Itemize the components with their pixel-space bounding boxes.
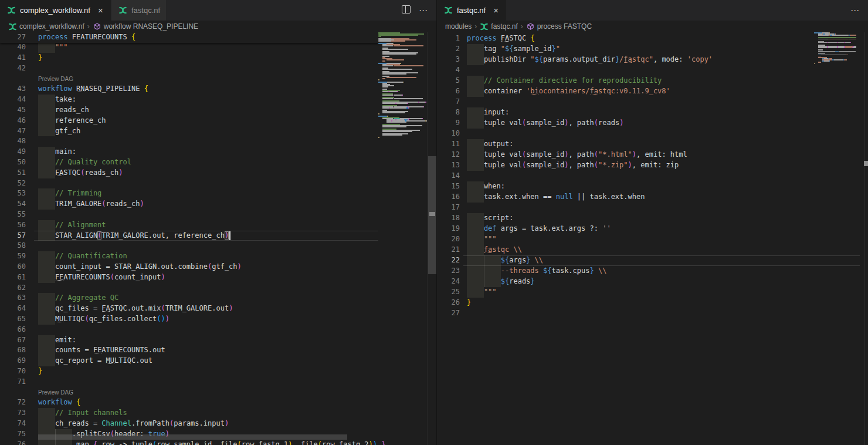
close-icon[interactable]: ×: [96, 6, 105, 15]
code-line-text: FEATURECOUNTS(count_input): [38, 272, 165, 283]
close-icon[interactable]: ×: [491, 6, 500, 15]
breadcrumb-item[interactable]: complex_workflow.nf: [8, 22, 84, 31]
code-line[interactable]: 67emit:: [0, 335, 436, 346]
code-editor-right[interactable]: 1process FASTQC {2tag "${sample_id}"3pub…: [437, 32, 868, 445]
code-line[interactable]: 26}: [437, 298, 868, 308]
code-line[interactable]: 25""": [437, 287, 868, 298]
token-t: tuple val: [484, 150, 522, 159]
code-line[interactable]: 62: [0, 283, 436, 294]
code-line[interactable]: 47gtf_ch: [0, 126, 436, 137]
code-line[interactable]: 73// Input channels: [0, 408, 436, 419]
code-line[interactable]: 18script:: [437, 213, 868, 224]
code-line[interactable]: 53// Trimming: [0, 188, 436, 199]
more-actions-icon[interactable]: ⋯: [850, 8, 860, 14]
code-line[interactable]: 74ch_reads = Channel.fromPath(params.inp…: [0, 419, 436, 429]
code-line[interactable]: 54TRIM_GALORE(reads_ch): [0, 199, 436, 210]
code-line[interactable]: 60count_input = STAR_ALIGN.out.combine(g…: [0, 262, 436, 272]
code-line[interactable]: 58: [0, 241, 436, 251]
codelens-preview-dag[interactable]: Preview DAG: [38, 389, 73, 396]
code-line[interactable]: 21fastqc \\: [437, 245, 868, 255]
code-line-text: qc_report = MULTIQC.out: [38, 356, 152, 366]
code-line[interactable]: 50// Quality control: [0, 157, 436, 168]
code-line[interactable]: 68counts = FEATURECOUNTS.out: [0, 345, 436, 356]
code-line[interactable]: 70}: [0, 366, 436, 377]
code-line[interactable]: 8input:: [437, 107, 868, 118]
code-line[interactable]: 55: [0, 210, 436, 220]
code-line[interactable]: 56// Alignment: [0, 220, 436, 231]
code-line[interactable]: 2tag "${sample_id}": [437, 44, 868, 55]
code-editor-left[interactable]: 40"""41}42Preview DAG43workflow RNASEQ_P…: [0, 32, 436, 445]
breadcrumb-item[interactable]: fastqc.nf: [480, 22, 517, 31]
code-line[interactable]: 17: [437, 203, 868, 213]
code-line[interactable]: 61FEATURECOUNTS(count_input): [0, 272, 436, 283]
code-line[interactable]: 45reads_ch: [0, 105, 436, 116]
sticky-scroll-line[interactable]: 27process FEATURECOUNTS {: [0, 32, 378, 43]
codelens-preview-dag[interactable]: Preview DAG: [38, 76, 73, 82]
code-line[interactable]: 14: [437, 171, 868, 181]
code-line[interactable]: 63// Aggregate QC: [0, 293, 436, 304]
code-line[interactable]: 16task.ext.when == null || task.ext.when: [437, 192, 868, 203]
code-line[interactable]: 71: [0, 377, 436, 387]
code-line[interactable]: 49main:: [0, 147, 436, 157]
code-line[interactable]: 9tuple val(sample_id), path(reads): [437, 118, 868, 129]
code-line[interactable]: 40""": [0, 42, 436, 53]
code-line[interactable]: 44take:: [0, 95, 436, 105]
code-line[interactable]: 41}: [0, 53, 436, 63]
tab-fastqc.nf[interactable]: fastqc.nf: [111, 0, 166, 21]
code-line[interactable]: 10: [437, 129, 868, 139]
minimap-token: [407, 103, 408, 104]
code-line[interactable]: 43workflow RNASEQ_PIPELINE {: [0, 84, 436, 95]
more-actions-icon[interactable]: ⋯: [419, 8, 428, 14]
code-line[interactable]: 72workflow {: [0, 397, 436, 408]
code-line[interactable]: 7: [437, 97, 868, 107]
sash-handle[interactable]: [429, 212, 435, 216]
code-line[interactable]: 3publishDir "${params.output_dir}/fastqc…: [437, 55, 868, 65]
breadcrumb-item[interactable]: process FASTQC: [526, 22, 592, 31]
code-line[interactable]: 42: [0, 63, 436, 74]
right-edge-handle[interactable]: [864, 161, 868, 166]
code-line[interactable]: 65MULTIQC(qc_files.collect()): [0, 314, 436, 325]
code-line[interactable]: 15when:: [437, 181, 868, 192]
breadcrumb-item[interactable]: modules: [445, 22, 472, 31]
code-line[interactable]: 19def args = task.ext.args ?: '': [437, 224, 868, 234]
code-line[interactable]: 24${reads}: [437, 277, 868, 287]
code-line[interactable]: 11output:: [437, 139, 868, 150]
code-line[interactable]: 27: [437, 308, 868, 319]
code-line[interactable]: 1process FASTQC {: [437, 33, 868, 44]
code-line[interactable]: 69qc_report = MULTIQC.out: [0, 356, 436, 366]
code-line[interactable]: 12tuple val(sample_id), path("*.html"), …: [437, 150, 868, 160]
code-line[interactable]: 4: [437, 65, 868, 76]
indent-guide-block: [38, 293, 55, 304]
code-line[interactable]: 27process FEATURECOUNTS {: [0, 32, 378, 43]
code-line[interactable]: 64qc_files = FASTQC.out.mix(TRIM_GALORE.…: [0, 304, 436, 314]
code-line[interactable]: 20""": [437, 234, 868, 245]
minimap-line: [378, 45, 427, 46]
line-number: 67: [0, 335, 26, 346]
code-line[interactable]: 52: [0, 178, 436, 189]
code-line[interactable]: 13tuple val(sample_id), path("*.zip"), e…: [437, 160, 868, 171]
tab-fastqc.nf[interactable]: fastqc.nf×: [437, 0, 506, 21]
code-line[interactable]: 5// Container directive for reproducibil…: [437, 76, 868, 86]
tab-complex_workflow.nf[interactable]: complex_workflow.nf×: [0, 0, 111, 21]
horizontal-scrollbar-thumb[interactable]: [38, 434, 347, 440]
vertical-scrollbar[interactable]: [427, 32, 437, 445]
code-line[interactable]: 51FASTQC(reads_ch): [0, 168, 436, 178]
code-line[interactable]: 59// Quantification: [0, 251, 436, 262]
code-line[interactable]: 48: [0, 136, 436, 147]
token-s: '': [602, 224, 611, 232]
minimap-left[interactable]: [378, 32, 427, 147]
code-line-text: tag "${sample_id}": [467, 44, 560, 55]
code-line[interactable]: 46reference_ch: [0, 116, 436, 126]
code-line[interactable]: 6container 'biocontainers/fastqc:v0.11.9…: [437, 86, 868, 97]
codelens-line[interactable]: Preview DAG: [0, 74, 436, 85]
split-editor-icon[interactable]: [402, 5, 411, 16]
codelens-line[interactable]: Preview DAG: [0, 387, 436, 398]
code-line[interactable]: 76.map { row -> tuple(row.sample_id, fil…: [0, 440, 436, 445]
minimap-right[interactable]: [814, 32, 856, 69]
code-line[interactable]: 57STAR_ALIGN(TRIM_GALORE.out, reference_…: [0, 231, 436, 241]
breadcrumb-item[interactable]: workflow RNASEQ_PIPELINE: [93, 22, 198, 31]
token-t: , path: [568, 161, 594, 169]
code-line[interactable]: 22${args} \\: [437, 255, 868, 266]
code-line[interactable]: 23--threads ${task.cpus} \\: [437, 266, 868, 277]
code-line[interactable]: 66: [0, 325, 436, 335]
